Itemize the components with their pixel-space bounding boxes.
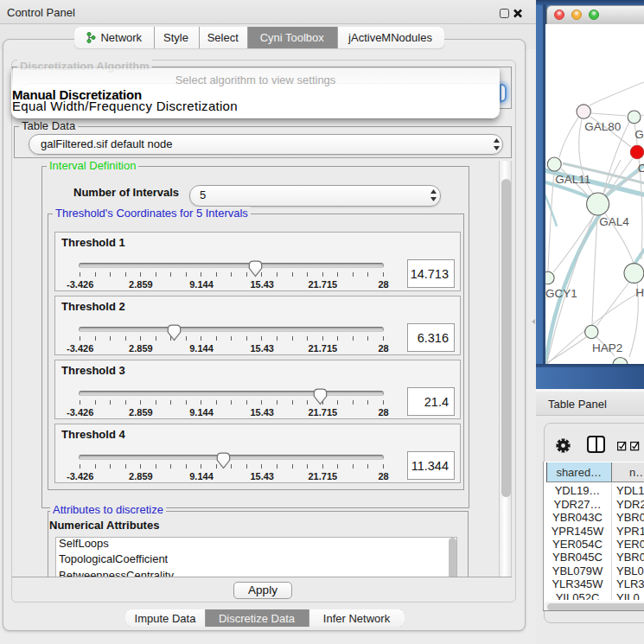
svg-text:GAL80: GAL80 — [584, 120, 621, 133]
svg-text:HI: HI — [635, 286, 644, 299]
svg-text:GAL11: GAL11 — [555, 173, 590, 186]
svg-text:C: C — [638, 162, 644, 175]
svg-text:GCY1: GCY1 — [545, 287, 577, 300]
svg-text:GAL4: GAL4 — [599, 215, 629, 228]
svg-text:HAP2: HAP2 — [592, 341, 622, 354]
svg-text:GA: GA — [634, 128, 644, 141]
